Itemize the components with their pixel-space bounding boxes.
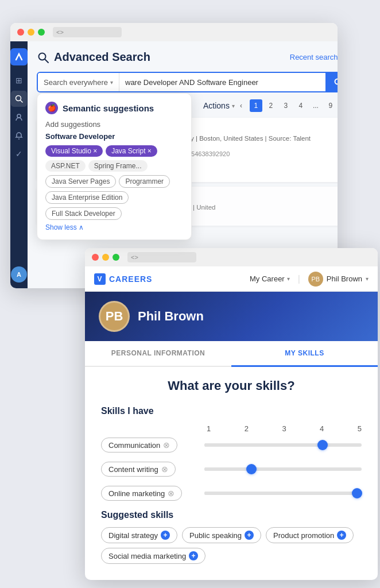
app-logo <box>10 48 28 65</box>
add-product-promotion-icon[interactable]: + <box>337 531 346 540</box>
scale-5: 5 <box>358 424 362 433</box>
tags-row-2: ASP.NET Spring Frame... <box>45 160 183 172</box>
page-9[interactable]: 9 <box>324 99 337 112</box>
sidebar-check-icon[interactable]: ✓ <box>11 146 27 162</box>
page-1[interactable]: 1 <box>250 99 262 112</box>
brand-label: CAREERS <box>109 274 152 284</box>
add-public-speaking-icon[interactable]: + <box>245 531 254 540</box>
page-3[interactable]: 3 <box>280 99 292 112</box>
titlebar-search: <> <box>10 23 338 41</box>
user-menu-button[interactable]: PB Phil Brown ▾ <box>308 272 369 287</box>
minimize-dot-careers[interactable] <box>102 254 109 261</box>
suggested-label-public-speaking: Public speaking <box>189 531 242 540</box>
my-career-button[interactable]: My Career ▾ <box>250 274 290 283</box>
skill-tag-online-marketing: Online marketing ⊗ <box>101 486 182 501</box>
suggestions-icon: 🍎 <box>45 102 58 114</box>
suggested-tag-product-promotion[interactable]: Product promotion + <box>266 527 354 543</box>
tag-javascript[interactable]: Java Script × <box>106 145 157 157</box>
skill-slider-communication[interactable] <box>204 439 362 451</box>
sidebar: ⊞ ✓ A <box>10 41 28 288</box>
skill-row-content-writing: Content writing ⊗ <box>101 462 362 477</box>
add-digital-strategy-icon[interactable]: + <box>161 531 170 540</box>
slider-fill-communication <box>204 443 323 447</box>
sidebar-search-icon[interactable] <box>11 91 27 107</box>
skill-row-online-marketing: Online marketing ⊗ <box>101 486 362 501</box>
category-label: Software Developer <box>45 132 183 141</box>
add-suggestions-label[interactable]: Add suggestions <box>45 120 183 129</box>
search-scope-dropdown[interactable]: Search everywhere ▾ <box>38 73 119 91</box>
skill-name-online-marketing: Online marketing <box>108 489 165 498</box>
scale-2: 2 <box>245 424 249 433</box>
tag-java-enterprise[interactable]: Java Enterprise Edition <box>45 191 129 204</box>
careers-nav: V CAREERS My Career ▾ | PB Phil Brown ▾ <box>85 266 378 292</box>
v-logo-icon: V <box>94 273 106 285</box>
skill-remove-online-marketing[interactable]: ⊗ <box>168 489 175 498</box>
pagination: ‹ 1 2 3 4 ... 9 › <box>235 99 338 112</box>
tag-aspnet[interactable]: ASP.NET <box>45 160 86 172</box>
minimize-dot[interactable] <box>28 29 34 36</box>
skill-name-content-writing: Content writing <box>108 465 158 474</box>
show-less-btn[interactable]: Show less ∧ <box>45 223 183 231</box>
suggested-tag-digital-strategy[interactable]: Digital strategy + <box>101 527 177 543</box>
svg-line-5 <box>45 59 48 63</box>
tab-my-skills[interactable]: MY SKILLS <box>231 341 378 367</box>
nav-user-avatar: PB <box>308 272 323 287</box>
tags-row-3: Java Server Pages Programmer <box>45 175 183 188</box>
sidebar-user-avatar[interactable]: A <box>11 266 27 283</box>
suggested-tag-public-speaking[interactable]: Public speaking + <box>182 527 261 543</box>
add-social-media-icon[interactable]: + <box>189 551 198 560</box>
sidebar-bell-icon[interactable] <box>11 127 27 144</box>
skill-slider-content-writing[interactable] <box>204 463 362 475</box>
skill-tag-communication: Communication ⊗ <box>101 438 177 452</box>
tag-visual-studio[interactable]: Visual Studio × <box>45 145 103 157</box>
close-dot-careers[interactable] <box>92 254 99 261</box>
skill-remove-communication[interactable]: ⊗ <box>163 440 170 450</box>
skill-slider-online-marketing[interactable] <box>204 488 362 499</box>
tag-programmer[interactable]: Programmer <box>119 175 170 188</box>
skills-main-title: What are your skills? <box>101 378 362 393</box>
semantic-suggestions-panel: 🍎 Semantic suggestions Add suggestions S… <box>37 93 192 240</box>
scale-numbers: 1 2 3 4 5 <box>204 424 362 433</box>
skills-i-have-label: Skills I have <box>101 406 362 416</box>
tag-java-server[interactable]: Java Server Pages <box>45 175 116 188</box>
careers-logo: V CAREERS <box>94 273 152 285</box>
maximize-dot-careers[interactable] <box>113 254 119 261</box>
page-2[interactable]: 2 <box>265 99 277 112</box>
search-header: Advanced Search Recent searches ▾ <box>37 51 338 64</box>
titlebar-careers: <> <box>85 248 378 266</box>
page-4[interactable]: 4 <box>294 99 307 112</box>
sidebar-person-icon[interactable] <box>11 109 27 125</box>
actions-button[interactable]: Actions ▾ <box>203 101 235 110</box>
careers-window: <> V CAREERS My Career ▾ | PB Phil Brown… <box>85 248 378 580</box>
tag-spring[interactable]: Spring Frame... <box>88 160 148 172</box>
careers-tabs: PERSONAL INFORMATION MY SKILLS <box>85 341 378 367</box>
search-page-title: Advanced Search <box>54 51 150 64</box>
sidebar-grid-icon[interactable]: ⊞ <box>11 72 27 88</box>
tag-fullstack[interactable]: Full Stack Developer <box>45 207 122 220</box>
maximize-dot[interactable] <box>38 29 45 36</box>
tags-row-4: Java Enterprise Edition <box>45 191 183 204</box>
slider-thumb-content-writing[interactable] <box>246 464 257 474</box>
skill-remove-content-writing[interactable]: ⊗ <box>161 465 168 474</box>
scale-4: 4 <box>320 424 324 433</box>
close-dot[interactable] <box>17 29 24 36</box>
skill-tag-content-writing: Content writing ⊗ <box>101 462 176 477</box>
nav-user-name: Phil Brown <box>327 274 362 283</box>
suggested-tag-social-media[interactable]: Social media marketing + <box>101 548 205 564</box>
slider-track-communication <box>204 443 362 447</box>
tab-personal-info[interactable]: PERSONAL INFORMATION <box>85 341 231 366</box>
slider-thumb-online-marketing[interactable] <box>352 488 362 498</box>
suggested-label-product-promotion: Product promotion <box>273 531 334 540</box>
url-bar: <> <box>53 27 122 37</box>
search-submit-button[interactable] <box>325 73 338 91</box>
suggestions-title: Semantic suggestions <box>63 103 154 113</box>
svg-point-3 <box>18 138 20 140</box>
scale-1: 1 <box>207 424 211 433</box>
recent-searches-btn[interactable]: Recent searches ▾ <box>290 53 338 61</box>
search-input[interactable] <box>119 73 325 91</box>
page-prev[interactable]: ‹ <box>235 99 247 112</box>
search-submit-icon <box>334 78 338 87</box>
suggested-label-social-media: Social media marketing <box>108 552 186 560</box>
slider-thumb-communication[interactable] <box>317 440 328 450</box>
suggested-tags-row: Digital strategy + Public speaking + Pro… <box>101 527 362 564</box>
